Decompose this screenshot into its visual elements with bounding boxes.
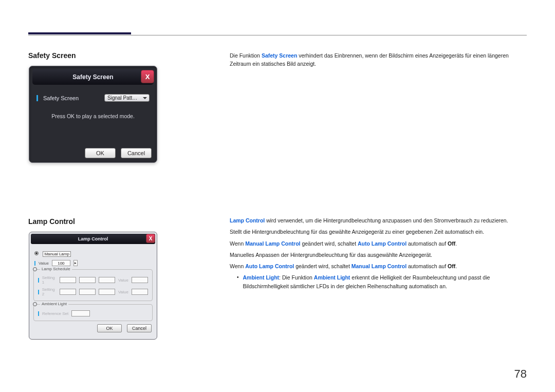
dialog-titlebar: Lamp Control X [31, 234, 155, 244]
txt: Wenn [230, 263, 245, 269]
ref-set-label: Reference Set [42, 311, 68, 316]
chevron-right-icon[interactable]: ▸ [73, 260, 78, 266]
ambient-light-group: Ambient Light Reference Set [33, 304, 153, 321]
value-spinner[interactable] [132, 277, 148, 283]
signal-pattern-dropdown[interactable]: Signal Patt… [104, 94, 150, 102]
emph: Auto Lamp Control [358, 240, 406, 247]
setting2-label: Setting 2 [42, 287, 57, 296]
header-rule [28, 35, 527, 35]
dialog-title: Lamp Control [78, 236, 108, 241]
group-legend: Ambient Light [40, 302, 68, 306]
lamp-schedule-radio[interactable] [33, 267, 37, 271]
value-spinner[interactable] [132, 289, 148, 295]
bullet-icon: • [237, 273, 239, 290]
marker-icon [34, 261, 35, 266]
manual-lamp-radio[interactable] [34, 251, 39, 255]
emph: Off [448, 263, 455, 269]
header-bold-rule [28, 32, 131, 34]
emph: Manual Lamp Control [245, 240, 300, 247]
txt: . [455, 263, 457, 269]
txt: Manuelles Anpassen der Hintergrundbeleuc… [230, 251, 527, 259]
section-heading-lamp: Lamp Control [28, 217, 75, 226]
lamp-description: Lamp Control wird verwendet, um die Hint… [230, 216, 527, 290]
time-spinner[interactable] [79, 277, 96, 283]
safety-dialog: Safety Screen X Safety Screen Signal Pat… [29, 66, 157, 163]
ref-set-spinner[interactable] [71, 310, 90, 316]
ok-button[interactable]: OK [97, 324, 122, 332]
emph: Ambient Light [314, 274, 350, 281]
value-spinner[interactable]: 100 [52, 260, 70, 266]
txt: . [455, 240, 457, 247]
dialog-title: Safety Screen [72, 73, 113, 81]
txt: Stellt die Hintergrundbeleuchtung für da… [230, 228, 527, 236]
option-label: Safety Screen [43, 95, 99, 101]
txt: geändert wird, schaltet [301, 240, 358, 247]
page-number: 78 [514, 367, 527, 381]
safety-description: Die Funktion Safety Screen verhindert da… [230, 51, 527, 68]
setting1-label: Setting 1 [42, 275, 57, 285]
value-label: Value [118, 278, 128, 283]
group-legend: Lamp Schedule [40, 267, 72, 271]
hint-text: Press OK to play a selected mode. [36, 113, 150, 119]
txt: Wenn [230, 240, 245, 247]
time-spinner[interactable] [60, 277, 76, 283]
txt: automatisch auf [406, 263, 448, 269]
lamp-dialog: Lamp Control X Manual Lamp Value 100 ▸ L… [29, 232, 157, 340]
close-icon[interactable]: X [146, 234, 155, 243]
value-label: Value [39, 261, 49, 266]
time-spinner[interactable] [60, 289, 76, 295]
ok-button[interactable]: OK [85, 148, 116, 158]
ampm-spinner[interactable] [99, 277, 115, 283]
txt: wird verwendet, um die Hintergrundbeleuc… [265, 217, 508, 223]
emph: Off [448, 240, 455, 247]
section-heading-safety: Safety Screen [28, 51, 76, 60]
ampm-spinner[interactable] [99, 289, 115, 295]
txt: Die Funktion [230, 52, 262, 59]
value-label: Value [118, 290, 128, 294]
manual-lamp-label: Manual Lamp [43, 251, 70, 257]
txt: geändert wird, schaltet [294, 263, 351, 269]
marker-icon [36, 95, 38, 101]
close-icon[interactable]: X [141, 70, 154, 83]
txt: automatisch auf [406, 240, 448, 247]
emph: Ambient Light [243, 274, 280, 281]
marker-icon [38, 278, 39, 283]
time-spinner[interactable] [79, 289, 96, 295]
dialog-titlebar: Safety Screen X [32, 69, 154, 85]
txt: : Die Funktion [279, 274, 314, 281]
cancel-button[interactable]: Cancel [121, 148, 152, 158]
emph: Manual Lamp Control [351, 263, 406, 269]
emph: Lamp Control [230, 217, 265, 223]
lamp-schedule-group: Lamp Schedule Setting 1 Value Setting 2 … [33, 269, 153, 301]
emph-safety-screen: Safety Screen [262, 52, 297, 59]
cancel-button[interactable]: Cancel [127, 324, 152, 332]
marker-icon [38, 290, 39, 294]
ambient-light-radio[interactable] [33, 302, 37, 306]
marker-icon [38, 311, 39, 316]
emph: Auto Lamp Control [245, 263, 294, 269]
